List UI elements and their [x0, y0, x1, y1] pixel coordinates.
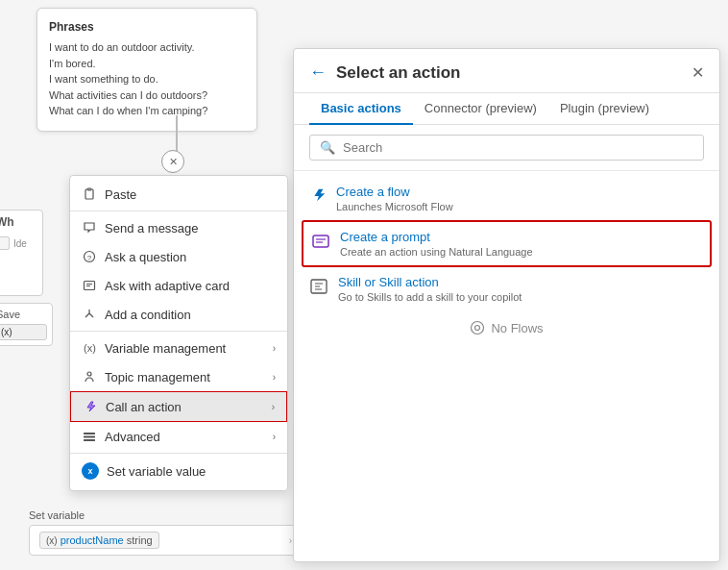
card-icon [82, 278, 97, 293]
variable-chip[interactable]: (x) productName string [39, 532, 159, 549]
var-chip-name: productName [61, 534, 124, 546]
svg-rect-13 [84, 436, 95, 438]
search-box[interactable]: 🔍 [309, 135, 704, 161]
paste-label: Paste [105, 187, 136, 202]
topic-card-content: I want to do an outdoor activity. I'm bo… [49, 39, 245, 119]
skill-text: Skill or Skill action Go to Skills to ad… [338, 275, 522, 303]
set-variable-label: Set variable value [107, 464, 206, 479]
set-variable-section: Set variable (x) productName string › [29, 509, 298, 556]
menu-divider-2 [70, 331, 287, 332]
action-item-skill[interactable]: Skill or Skill action Go to Skills to ad… [294, 267, 719, 310]
menu-item-variable-mgmt[interactable]: (x) Variable management › [70, 334, 287, 362]
add-condition-label: Add a condition [105, 308, 191, 322]
menu-item-call-action[interactable]: Call an action › [70, 391, 287, 422]
svg-point-11 [87, 372, 91, 376]
menu-divider-1 [70, 211, 287, 211]
question-icon: ? [82, 249, 97, 264]
tab-plugin-preview[interactable]: Plugin (preview) [548, 93, 661, 125]
phrase-line-5: What can I do when I'm camping? [49, 103, 245, 119]
skill-desc: Go to Skills to add a skill to your copi… [338, 291, 522, 303]
partial-card-text: Wh [0, 215, 37, 229]
menu-item-add-condition[interactable]: Add a condition [70, 300, 287, 329]
variable-mgmt-chevron: › [273, 343, 276, 354]
branch-icon [82, 307, 97, 322]
action-icon [83, 399, 98, 414]
var-chip-icon: (x) [46, 535, 58, 546]
topic-icon [82, 369, 97, 384]
search-icon: 🔍 [320, 140, 335, 155]
topic-mgmt-label: Topic management [105, 370, 210, 384]
topic-mgmt-chevron: › [273, 372, 276, 383]
search-input[interactable] [343, 140, 693, 155]
variable-icon: (x) [82, 340, 97, 356]
context-menu: Paste Send a message ? Ask a question [69, 175, 288, 491]
connector-line [176, 115, 178, 154]
panel-title: Select an action [336, 63, 682, 83]
variable-mgmt-label: Variable management [105, 341, 226, 356]
action-panel: ← Select an action ✕ Basic actions Conne… [293, 48, 720, 562]
create-flow-name: Create a flow [336, 185, 453, 199]
skill-name: Skill or Skill action [338, 275, 522, 289]
chat-icon [82, 220, 97, 235]
svg-rect-15 [313, 235, 328, 247]
topic-card-title: Phrases [49, 20, 245, 34]
close-circle-button[interactable]: ✕ [161, 150, 184, 173]
tab-connector-preview[interactable]: Connector (preview) [413, 93, 548, 125]
create-prompt-text: Create a prompt Create an action using N… [340, 230, 533, 258]
canvas-area: Phrases I want to do an outdoor activity… [0, 0, 298, 570]
save-partial: Save (x) [0, 303, 53, 346]
search-area: 🔍 [294, 125, 719, 171]
no-flows-icon [470, 320, 485, 335]
partial-card-left: Wh Ide [0, 210, 43, 296]
call-action-chevron: › [272, 402, 275, 412]
skill-icon [309, 277, 328, 296]
menu-item-topic-mgmt[interactable]: Topic management › [70, 362, 287, 391]
send-message-label: Send a message [105, 221, 199, 235]
menu-item-send-message[interactable]: Send a message [70, 213, 287, 242]
panel-tabs: Basic actions Connector (preview) Plugin… [294, 93, 719, 125]
action-item-create-prompt[interactable]: Create a prompt Create an action using N… [302, 220, 712, 267]
topic-card: Phrases I want to do an outdoor activity… [36, 8, 257, 132]
menu-item-ask-adaptive[interactable]: Ask with adaptive card [70, 271, 287, 300]
tab-basic-actions[interactable]: Basic actions [309, 93, 413, 125]
svg-text:?: ? [87, 254, 92, 262]
advanced-chevron: › [273, 432, 276, 442]
menu-item-paste[interactable]: Paste [70, 180, 287, 209]
svg-point-23 [475, 326, 480, 331]
paste-icon [82, 186, 97, 202]
menu-item-advanced[interactable]: Advanced › [70, 422, 287, 451]
svg-line-9 [89, 313, 93, 317]
call-action-label: Call an action [106, 400, 182, 414]
advanced-icon [82, 429, 97, 444]
flow-icon [309, 186, 327, 204]
no-flows-section: No Flows [294, 310, 719, 345]
svg-rect-14 [84, 439, 95, 441]
panel-close-button[interactable]: ✕ [692, 63, 704, 82]
phrase-line-3: I want something to do. [49, 71, 245, 87]
var-chip-type: string [127, 534, 153, 546]
svg-line-8 [85, 313, 89, 317]
menu-item-set-variable[interactable]: x Set variable value [70, 456, 287, 486]
menu-divider-3 [70, 453, 287, 454]
advanced-label: Advanced [105, 430, 160, 444]
action-list: Create a flow Launches Microsoft Flow Cr… [294, 171, 719, 561]
var-expand-icon: › [289, 535, 292, 546]
prompt-icon [311, 232, 330, 251]
svg-text:(x): (x) [84, 342, 96, 354]
create-prompt-desc: Create an action using Natural Language [340, 246, 533, 258]
no-flows-label: No Flows [491, 321, 543, 335]
set-variable-heading: Set variable [29, 509, 298, 521]
phrase-line-1: I want to do an outdoor activity. [49, 39, 245, 56]
svg-point-22 [472, 322, 484, 335]
ask-question-label: Ask a question [105, 250, 186, 264]
set-variable-icon: x [82, 462, 99, 480]
create-flow-text: Create a flow Launches Microsoft Flow [336, 185, 453, 212]
menu-item-ask-question[interactable]: ? Ask a question [70, 242, 287, 271]
phrase-line-2: I'm bored. [49, 56, 245, 72]
panel-back-button[interactable]: ← [309, 62, 327, 83]
create-flow-desc: Launches Microsoft Flow [336, 201, 453, 212]
phrase-line-4: What activities can I do outdoors? [49, 87, 245, 104]
variable-card: (x) productName string › [29, 525, 298, 556]
create-prompt-name: Create a prompt [340, 230, 533, 244]
action-item-create-flow[interactable]: Create a flow Launches Microsoft Flow [294, 177, 719, 220]
